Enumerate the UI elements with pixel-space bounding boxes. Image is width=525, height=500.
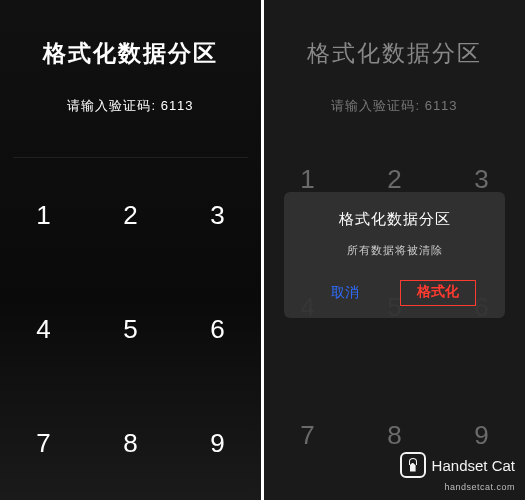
format-button[interactable]: 格式化 <box>400 280 476 306</box>
dialog-buttons: 取消 格式化 <box>296 280 494 308</box>
key-6[interactable]: 6 <box>174 272 261 386</box>
key-1[interactable]: 1 <box>0 158 87 272</box>
confirm-dialog: 格式化数据分区 所有数据将被清除 取消 格式化 <box>284 192 506 318</box>
phone-screen-left: 格式化数据分区 请输入验证码: 6113 1 2 3 4 5 6 7 8 9 <box>0 0 261 500</box>
header-section: 格式化数据分区 请输入验证码: 6113 <box>264 0 525 115</box>
key-9[interactable]: 9 <box>174 386 261 500</box>
cancel-button[interactable]: 取消 <box>313 280 377 306</box>
key-2[interactable]: 2 <box>87 158 174 272</box>
numeric-keypad: 1 2 3 4 5 6 7 8 9 <box>0 158 261 500</box>
header-section: 格式化数据分区 请输入验证码: 6113 <box>0 0 261 158</box>
dialog-title: 格式化数据分区 <box>339 210 451 229</box>
key-3[interactable]: 3 <box>174 158 261 272</box>
key-4[interactable]: 4 <box>0 272 87 386</box>
key-7[interactable]: 7 <box>0 386 87 500</box>
dialog-message: 所有数据将被清除 <box>347 243 443 258</box>
verification-prompt: 请输入验证码: 6113 <box>67 97 193 115</box>
key-7[interactable]: 7 <box>264 372 351 500</box>
screen-title: 格式化数据分区 <box>43 38 218 69</box>
verification-prompt: 请输入验证码: 6113 <box>331 97 457 115</box>
key-9[interactable]: 9 <box>438 372 525 500</box>
key-8[interactable]: 8 <box>87 386 174 500</box>
key-5[interactable]: 5 <box>87 272 174 386</box>
key-8[interactable]: 8 <box>351 372 438 500</box>
screen-title: 格式化数据分区 <box>307 38 482 69</box>
phone-screen-right: 格式化数据分区 请输入验证码: 6113 1 2 3 4 5 6 7 8 9 格… <box>264 0 525 500</box>
